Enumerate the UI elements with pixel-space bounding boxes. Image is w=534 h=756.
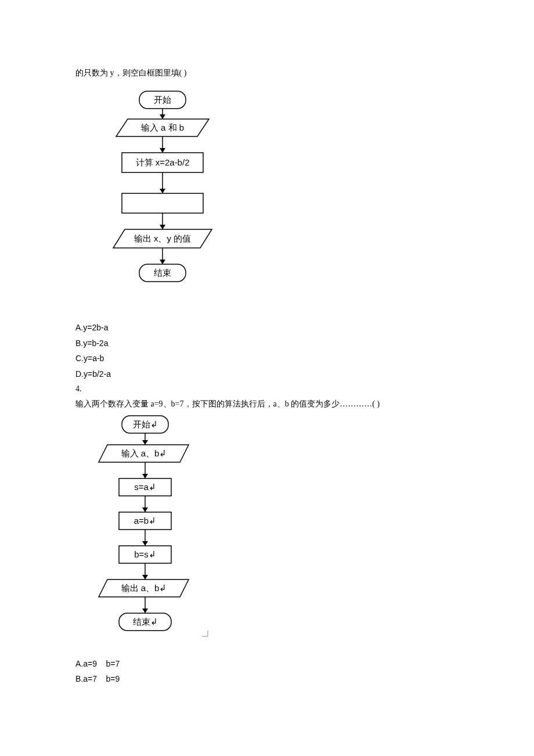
svg-rect-9	[122, 193, 203, 213]
svg-marker-24	[142, 507, 148, 512]
q3-options: A.y=2b-a B.y=b-2a C.y=a-b D.y=b/2-a	[75, 321, 464, 380]
q3-prompt-tail: 的只数为 y，则空白框图里填( )	[75, 67, 464, 80]
document-page: 的只数为 y，则空白框图里填( )	[0, 0, 534, 723]
svg-marker-5	[160, 148, 165, 153]
q4-flow-output: 输出 a、b↲	[121, 583, 167, 593]
q4-options: A.a=9 b=7 B.a=7 b=9	[75, 657, 464, 686]
svg-marker-33	[142, 609, 148, 613]
q3-flowchart: 开始 输入 a 和 b 计算 x=2a-b/2 输出 x、y 的值 结束	[104, 90, 464, 311]
q4-flow-input: 输入 a、b↲	[121, 448, 167, 458]
q3-flow-start: 开始	[154, 95, 171, 105]
q4-flowchart: 开始↲ 输入 a、b↲ s=a↲ a=b↲ b=s↲ 输出 a、b↲ 结束↲	[87, 415, 464, 647]
q4-option-a: A.a=9 b=7	[75, 657, 464, 670]
svg-marker-30	[142, 575, 148, 579]
q3-option-d: D.y=b/2-a	[75, 368, 464, 380]
q4-flow-sa: s=a↲	[134, 482, 156, 492]
svg-marker-11	[160, 225, 165, 229]
q3-flow-calc: 计算 x=2a-b/2	[136, 157, 190, 167]
svg-marker-14	[160, 260, 165, 264]
svg-marker-27	[142, 541, 148, 546]
q4-prompt: 输入两个数存入变量 a=9、b=7，按下图的算法执行后，a、b 的值变为多少………	[75, 398, 464, 411]
q3-option-b: B.y=b-2a	[75, 337, 464, 350]
q4-number: 4.	[75, 383, 464, 395]
svg-marker-21	[142, 474, 148, 478]
q3-option-c: C.y=a-b	[75, 352, 464, 365]
q3-flow-input: 输入 a 和 b	[141, 123, 184, 132]
svg-marker-2	[160, 114, 165, 119]
svg-marker-18	[142, 440, 148, 445]
q3-flow-output: 输出 x、y 的值	[134, 233, 191, 243]
svg-marker-8	[160, 189, 165, 193]
q4-flow-end: 结束↲	[133, 617, 158, 627]
q3-flow-end: 结束	[154, 268, 171, 278]
q4-flow-bs: b=s↲	[134, 549, 156, 559]
q4-option-b: B.a=7 b=9	[75, 672, 464, 685]
q4-flow-start: 开始↲	[133, 419, 158, 429]
q3-option-a: A.y=2b-a	[75, 321, 464, 334]
q4-flow-ab: a=b↲	[134, 516, 156, 525]
